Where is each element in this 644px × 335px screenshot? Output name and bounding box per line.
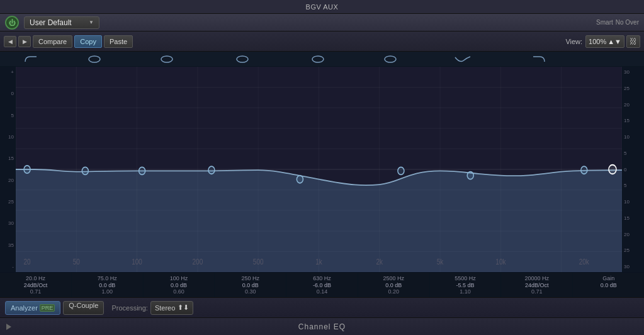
band7-q: 1.10 — [460, 288, 471, 295]
eq-svg: 20 50 100 200 500 1k 2k 5k 10k 20k — [16, 67, 622, 272]
svg-point-4 — [385, 56, 396, 62]
svg-marker-36 — [6, 324, 11, 330]
svg-text:10k: 10k — [495, 258, 506, 266]
band3-point — [139, 167, 145, 174]
band4-gain: 0.0 dB — [242, 282, 259, 288]
band2-gain: 0.0 dB — [99, 282, 115, 288]
view-select[interactable]: 100% ▲▼ — [585, 35, 624, 48]
svg-text:200: 200 — [193, 258, 203, 266]
band3-gain: 0.0 dB — [171, 282, 187, 288]
svg-text:20: 20 — [23, 258, 30, 266]
band6-handle[interactable] — [385, 56, 396, 62]
band6-q: 0.20 — [388, 288, 400, 295]
view-label: View: — [565, 38, 582, 45]
band7-params: 5500 Hz -5.5 dB 1.10 — [430, 273, 502, 297]
band4-point — [208, 166, 215, 174]
band3-params: 100 Hz 0.0 dB 0.60 — [144, 273, 215, 297]
top-toolbar: User Default ▼ Smart No Over — [0, 14, 644, 31]
band7-handle[interactable] — [455, 57, 470, 61]
gain-point — [609, 165, 616, 174]
footer: Channel EQ — [0, 317, 644, 335]
band7-freq: 5500 Hz — [455, 275, 476, 281]
bottom-toolbar: Analyzer PRE Q-Couple Processing: Stereo… — [0, 297, 644, 317]
band2-q: 1.00 — [101, 288, 113, 295]
band4-freq: 250 Hz — [241, 275, 259, 281]
band6-params: 2500 Hz 0.0 dB 0.20 — [358, 273, 430, 297]
svg-text:1k: 1k — [315, 258, 322, 266]
copy-button[interactable]: Copy — [74, 35, 102, 48]
play-button[interactable] — [5, 322, 14, 331]
band5-gain: -6.0 dB — [313, 282, 331, 288]
analyzer-button[interactable]: Analyzer PRE — [5, 301, 60, 315]
gain-value: 0.0 dB — [601, 282, 617, 288]
q-couple-button[interactable]: Q-Couple — [63, 301, 104, 315]
band6-point — [398, 167, 404, 174]
footer-left — [5, 322, 14, 331]
band1-params: 20.0 Hz 24dB/Oct 0.71 — [0, 273, 72, 297]
preset-dropdown[interactable]: User Default ▼ — [24, 16, 99, 29]
band2-handle[interactable] — [89, 56, 100, 62]
eq-section: + 0 5 10 15 20 25 30 35 - — [0, 52, 644, 297]
svg-text:100: 100 — [132, 258, 142, 266]
svg-text:5k: 5k — [437, 258, 444, 266]
band1-handle[interactable] — [25, 57, 37, 62]
svg-text:20k: 20k — [579, 258, 590, 266]
window-title: BGV AUX — [306, 3, 339, 11]
db-scale-right: 30 25 20 15 10 5 0 5 10 15 20 25 30 — [622, 67, 644, 272]
processing-value: Stereo — [155, 304, 175, 312]
svg-text:2k: 2k — [376, 258, 383, 266]
no-over-label: No Over — [616, 19, 639, 26]
band5-q: 0.14 — [317, 288, 328, 295]
param-row: 20.0 Hz 24dB/Oct 0.71 75.0 Hz 0.0 dB 1.0… — [0, 272, 644, 297]
eq-main: + 0 5 10 15 20 25 30 35 - — [0, 67, 644, 272]
band7-gain: -5.5 dB — [456, 282, 475, 288]
svg-text:500: 500 — [253, 258, 264, 266]
band8-params: 20000 Hz 24dB/Oct 0.71 — [501, 273, 573, 297]
band6-freq: 2500 Hz — [383, 275, 405, 281]
band8-point — [581, 166, 587, 174]
db-scale-left: + 0 5 10 15 20 25 30 35 - — [0, 67, 16, 272]
band4-handle[interactable] — [237, 56, 248, 62]
band1-point — [24, 166, 30, 173]
band8-handle[interactable] — [533, 57, 545, 62]
processing-arrow-icon: ⬆⬇ — [178, 304, 189, 312]
secondary-toolbar: ◀ ▶ Compare Copy Paste View: 100% ▲▼ ⛓ — [0, 31, 644, 52]
band1-q: 0.71 — [30, 288, 42, 295]
band8-q: 0.71 — [531, 288, 543, 295]
next-button[interactable]: ▶ — [18, 36, 31, 47]
svg-point-0 — [89, 56, 100, 62]
svg-point-3 — [312, 56, 324, 62]
smart-label: Smart — [596, 19, 613, 26]
processing-select[interactable]: Stereo ⬆⬇ — [150, 301, 193, 315]
band7-point — [467, 172, 473, 179]
pre-badge: PRE — [40, 304, 55, 312]
band5-point — [297, 176, 303, 183]
band3-handle[interactable] — [161, 56, 172, 62]
band3-freq: 100 Hz — [170, 275, 188, 281]
analyzer-label: Analyzer — [11, 304, 38, 312]
band3-q: 0.60 — [173, 288, 184, 295]
play-icon — [5, 323, 13, 331]
power-button[interactable] — [5, 16, 19, 30]
gain-params: Gain 0.0 dB — [573, 273, 644, 297]
prev-button[interactable]: ◀ — [4, 36, 16, 47]
compare-button[interactable]: Compare — [33, 35, 72, 48]
band2-params: 75.0 Hz 0.0 dB 1.00 — [72, 273, 144, 297]
svg-text:50: 50 — [73, 258, 80, 266]
eq-canvas[interactable]: 20 50 100 200 500 1k 2k 5k 10k 20k — [16, 67, 622, 272]
link-icon: ⛓ — [630, 37, 637, 46]
view-value: 100% — [589, 38, 606, 45]
svg-point-2 — [237, 56, 248, 62]
link-button[interactable]: ⛓ — [626, 35, 640, 48]
band-handles-row — [0, 52, 644, 67]
band2-freq: 75.0 Hz — [98, 275, 117, 281]
main-container: BGV AUX User Default ▼ Smart No Over ◀ ▶… — [0, 0, 644, 335]
preset-name-label: User Default — [30, 18, 72, 27]
paste-button[interactable]: Paste — [104, 35, 133, 48]
band1-gain: 24dB/Oct — [24, 282, 48, 288]
footer-title: Channel EQ — [298, 322, 346, 331]
band8-gain: 24dB/Oct — [525, 282, 549, 288]
band5-handle[interactable] — [312, 56, 324, 62]
band6-gain: 0.0 dB — [385, 282, 402, 288]
band8-freq: 20000 Hz — [525, 275, 550, 281]
